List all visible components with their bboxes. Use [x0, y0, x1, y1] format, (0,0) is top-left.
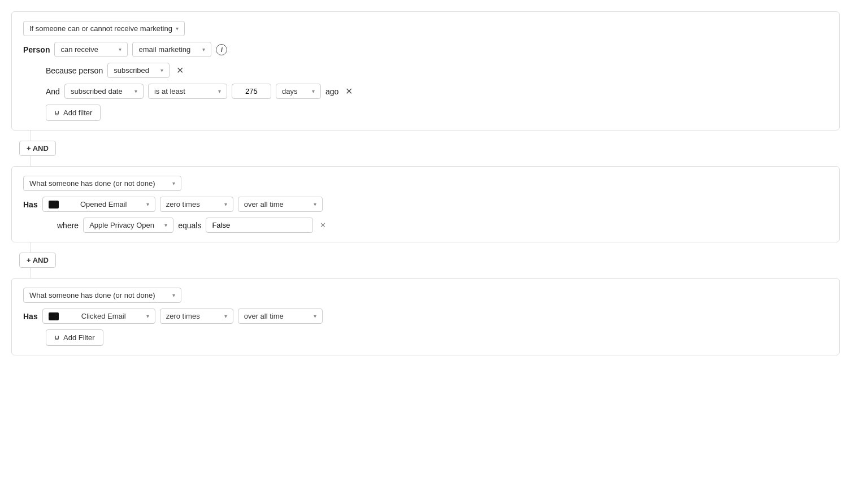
chevron-down-icon: ▾	[172, 292, 175, 298]
chevron-down-icon: ▾	[202, 46, 205, 53]
condition-block-3: What someone has done (or not done) ▾ Ha…	[11, 278, 840, 355]
can-receive-dropdown[interactable]: can receive ▾	[54, 42, 128, 57]
and-button-2[interactable]: + AND	[19, 253, 56, 268]
connector-line	[31, 131, 31, 141]
chevron-down-icon: ▾	[134, 88, 137, 94]
zero-times-dropdown-2[interactable]: zero times ▾	[160, 309, 233, 324]
chevron-down-icon: ▾	[146, 201, 149, 207]
chevron-down-icon: ▾	[218, 88, 221, 94]
opened-email-dropdown[interactable]: Opened Email ▾	[42, 197, 155, 212]
and-connector-1: + AND	[11, 131, 840, 166]
filter-icon: ⊍	[54, 333, 60, 342]
because-label: Because person	[46, 66, 103, 75]
is-at-least-dropdown[interactable]: is at least ▾	[148, 84, 227, 99]
has-label-1: Has	[23, 200, 38, 209]
over-all-time-dropdown-1[interactable]: over all time ▾	[238, 197, 323, 212]
where-row: where Apple Privacy Open ▾ equals ✕	[23, 218, 828, 233]
clicked-email-dropdown[interactable]: Clicked Email ▾	[42, 309, 155, 324]
remove-because-button[interactable]: ✕	[174, 65, 186, 76]
and-button-1[interactable]: + AND	[19, 141, 56, 156]
connector-line	[31, 242, 31, 253]
main-condition-dropdown-3[interactable]: What someone has done (or not done) ▾	[23, 288, 181, 303]
chevron-down-icon: ▾	[312, 88, 315, 94]
chevron-down-icon: ▾	[160, 67, 163, 73]
add-filter-button-3[interactable]: ⊍ Add Filter	[46, 329, 103, 346]
has-row-2: Has Clicked Email ▾ zero times ▾ over al…	[23, 309, 828, 324]
subscribed-date-dropdown[interactable]: subscribed date ▾	[64, 84, 144, 99]
info-icon[interactable]: i	[216, 44, 227, 55]
remove-date-filter-button[interactable]: ✕	[343, 86, 355, 97]
has-row-1: Has Opened Email ▾ zero times ▾ over all…	[23, 197, 828, 212]
remove-where-button[interactable]: ✕	[318, 220, 328, 230]
main-condition-dropdown-2[interactable]: What someone has done (or not done) ▾	[23, 176, 181, 191]
person-label: Person	[23, 45, 50, 54]
main-dropdown-row-1: If someone can or cannot receive marketi…	[23, 21, 828, 36]
and-filter-row: And subscribed date ▾ is at least ▾ days…	[23, 84, 828, 99]
because-person-row: Because person subscribed ▾ ✕	[23, 63, 828, 78]
days-value-input[interactable]	[232, 84, 271, 99]
add-filter-row-3: ⊍ Add Filter	[23, 329, 828, 346]
apple-privacy-dropdown[interactable]: Apple Privacy Open ▾	[83, 218, 173, 233]
main-dropdown-row-3: What someone has done (or not done) ▾	[23, 288, 828, 303]
chevron-down-icon: ▾	[176, 25, 179, 32]
chevron-down-icon: ▾	[314, 313, 316, 319]
email-marketing-dropdown[interactable]: email marketing ▾	[132, 42, 211, 57]
subscribed-dropdown[interactable]: subscribed ▾	[107, 63, 170, 78]
false-value-input[interactable]	[206, 218, 313, 233]
chevron-down-icon: ▾	[224, 313, 227, 319]
ago-label: ago	[325, 87, 338, 96]
condition-block-2: What someone has done (or not done) ▾ Ha…	[11, 166, 840, 242]
add-filter-row-1: ⊍ Add filter	[23, 105, 828, 121]
filter-icon: ⊍	[54, 108, 60, 117]
connector-line	[31, 156, 31, 166]
chevron-down-icon: ▾	[172, 180, 175, 186]
email-icon	[49, 201, 59, 208]
chevron-down-icon: ▾	[314, 201, 316, 207]
add-filter-button-1[interactable]: ⊍ Add filter	[46, 105, 101, 121]
over-all-time-dropdown-2[interactable]: over all time ▾	[238, 309, 323, 324]
email-icon	[49, 312, 59, 320]
days-dropdown[interactable]: days ▾	[276, 84, 321, 99]
chevron-down-icon: ▾	[119, 46, 121, 53]
chevron-down-icon: ▾	[224, 201, 227, 207]
chevron-down-icon: ▾	[146, 313, 149, 319]
connector-line	[31, 268, 31, 278]
zero-times-dropdown-1[interactable]: zero times ▾	[160, 197, 233, 212]
chevron-down-icon: ▾	[164, 222, 167, 228]
and-connector-2: + AND	[11, 242, 840, 278]
has-label-2: Has	[23, 312, 38, 321]
main-condition-dropdown-1[interactable]: If someone can or cannot receive marketi…	[23, 21, 185, 36]
condition-block-1: If someone can or cannot receive marketi…	[11, 11, 840, 131]
and-label: And	[46, 87, 60, 96]
person-row: Person can receive ▾ email marketing ▾ i	[23, 42, 828, 57]
main-dropdown-row-2: What someone has done (or not done) ▾	[23, 176, 828, 191]
equals-label: equals	[178, 221, 201, 230]
where-label: where	[57, 221, 79, 230]
